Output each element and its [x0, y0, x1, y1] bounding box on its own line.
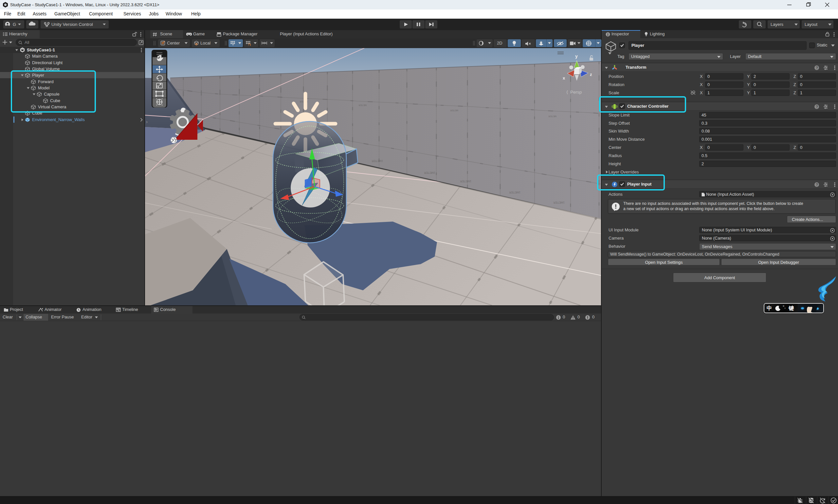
svg-text:›: › — [146, 119, 148, 124]
svg-text:?: ? — [816, 66, 818, 70]
svg-text:METER: METER — [359, 104, 367, 106]
svg-text:?: ? — [816, 183, 818, 186]
svg-text:1METER: 1METER — [460, 180, 471, 183]
svg-text:⟨: ⟨ — [566, 90, 568, 94]
svg-text:Unity Version Control: Unity Version Control — [51, 22, 93, 27]
svg-text:1METER: 1METER — [509, 191, 520, 194]
svg-text:1METER: 1METER — [372, 159, 383, 163]
svg-text:Y: Y — [232, 43, 234, 46]
svg-text:1METER: 1METER — [554, 201, 565, 204]
svg-text:z: z — [590, 72, 592, 77]
svg-text:METER: METER — [549, 115, 557, 118]
svg-text:x: x — [563, 76, 565, 80]
svg-text:G: G — [13, 22, 16, 27]
svg-text:Persp: Persp — [570, 90, 582, 94]
svg-text:1METER: 1METER — [424, 171, 435, 175]
svg-text:y: y — [575, 54, 578, 59]
svg-text:METER: METER — [450, 109, 459, 112]
svg-text:?: ? — [816, 105, 818, 109]
